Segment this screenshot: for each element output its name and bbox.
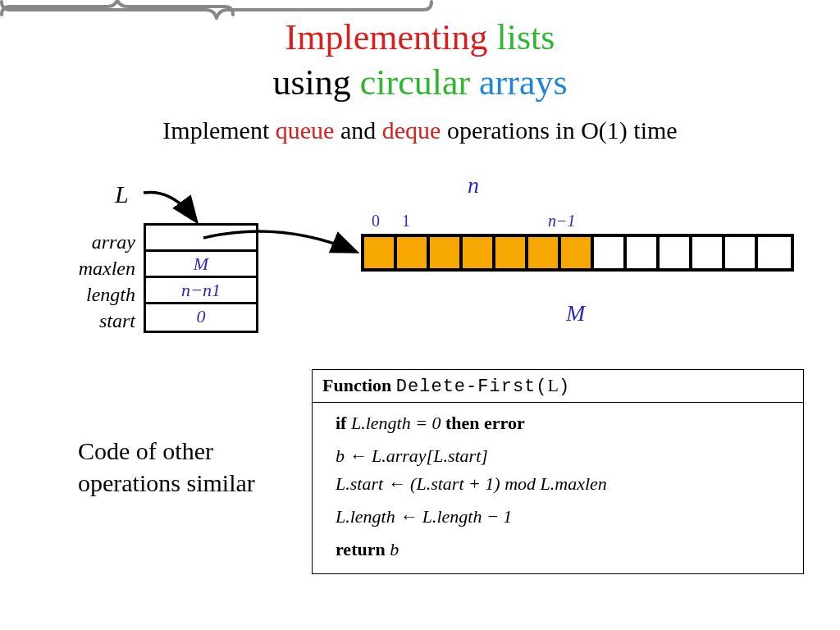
cell-maxlen: M: [146, 252, 256, 278]
label-array: array: [70, 229, 135, 255]
L-label: L: [115, 180, 129, 208]
struct-box: M n−n1 0: [144, 223, 258, 333]
array-cell: [561, 237, 594, 268]
code-line-1: if L.length = 0 then error: [336, 409, 780, 437]
index-n-minus-1: n−1: [548, 212, 576, 231]
index-0: 0: [372, 212, 380, 231]
label-length: length: [70, 281, 135, 308]
cell-start: 0: [146, 304, 256, 331]
label-start: start: [70, 308, 135, 334]
array-cell: [692, 237, 725, 268]
title-word-3: using: [272, 62, 350, 103]
code-line-3: L.start ← (L.start + 1) mod L.maxlen: [336, 470, 780, 498]
array-cell: [594, 237, 627, 268]
array-cell: [430, 237, 463, 268]
code-line-5: return b: [336, 536, 780, 564]
slide-title: Implementing lists using circular arrays: [0, 0, 840, 105]
subtitle: Implement queue and deque operations in …: [0, 116, 840, 144]
title-word-2: lists: [496, 17, 555, 57]
array-cell: [725, 237, 758, 268]
array-cell: [758, 237, 791, 268]
cell-array: [146, 226, 256, 252]
array-cell: [495, 237, 528, 268]
array-cell: [627, 237, 660, 268]
array-cell: [528, 237, 561, 268]
title-word-4: circular: [360, 62, 470, 103]
array-cell: [397, 237, 430, 268]
array-diagram: [361, 234, 794, 272]
title-word-1: Implementing: [285, 17, 488, 57]
array-cell: [660, 237, 692, 268]
other-ops-note: Code of other operations similar: [78, 435, 255, 499]
struct-field-labels: array maxlen length start: [70, 229, 135, 334]
code-line-2: b ← L.array[L.start]: [336, 442, 780, 470]
n-label: n: [468, 172, 479, 199]
code-header: Function Delete-First(L): [313, 370, 803, 403]
index-labels: 0 1 n−1: [361, 212, 607, 230]
array-cell: [463, 237, 495, 268]
M-label: M: [566, 300, 585, 326]
cell-length: n−n1: [146, 278, 256, 304]
pseudocode-box: Function Delete-First(L) if L.length = 0…: [312, 369, 804, 574]
code-line-4: L.length ← L.length − 1: [336, 503, 780, 531]
code-body: if L.length = 0 then error b ← L.array[L…: [313, 403, 803, 573]
array-cell: [364, 237, 397, 268]
index-1: 1: [402, 212, 410, 231]
label-maxlen: maxlen: [70, 255, 135, 281]
title-word-5: arrays: [479, 62, 568, 103]
